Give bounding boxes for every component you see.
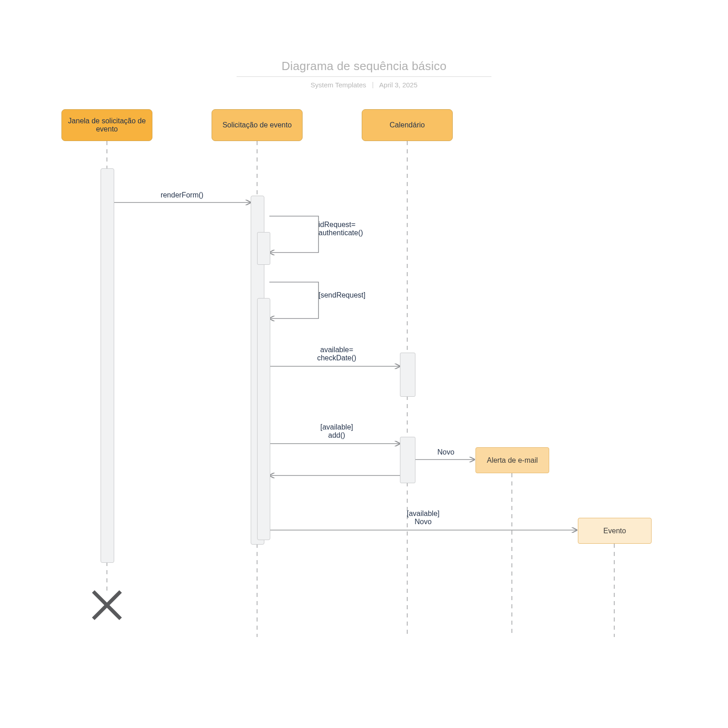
object-label: Alerta de e-mail <box>487 456 538 465</box>
activation-p2-authenticate <box>257 232 270 265</box>
svg-line-15 <box>93 592 121 619</box>
activation-p3-checkdate <box>400 353 415 397</box>
object-email-alert: Alerta de e-mail <box>475 447 549 473</box>
participant-event-request-window: Janela de solicitação de evento <box>61 109 152 141</box>
object-evento: Evento <box>578 518 652 544</box>
message-authenticate: idRequest= authenticate() <box>318 221 387 237</box>
author-label: System Templates <box>310 81 366 89</box>
svg-line-16 <box>93 592 121 619</box>
message-sendrequest: [sendRequest] <box>318 291 387 299</box>
activation-p3-add <box>400 437 415 483</box>
diagram-title: Diagrama de sequência básico <box>0 59 728 73</box>
subtitle-separator <box>373 82 373 88</box>
participant-label: Janela de solicitação de evento <box>68 117 146 133</box>
message-add: [available] add() <box>282 423 391 440</box>
activation-p1 <box>101 168 114 563</box>
participant-label: Calendário <box>389 121 425 129</box>
message-novo-evento: [available] Novo <box>346 510 500 526</box>
date-label: April 3, 2025 <box>379 81 417 89</box>
title-rule <box>237 76 491 77</box>
object-label: Evento <box>603 527 626 535</box>
participant-event-request: Solicitação de evento <box>212 109 303 141</box>
participant-label: Solicitação de evento <box>222 121 292 129</box>
message-novo-email: Novo <box>423 448 469 456</box>
message-renderform: renderForm() <box>136 191 228 199</box>
diagram-subtitle: System Templates April 3, 2025 <box>0 81 728 89</box>
activation-p2-sendrequest <box>257 298 270 540</box>
sequence-diagram: Diagrama de sequência básico System Temp… <box>0 0 728 728</box>
message-checkdate: available= checkDate() <box>282 346 391 362</box>
participant-calendar: Calendário <box>362 109 453 141</box>
